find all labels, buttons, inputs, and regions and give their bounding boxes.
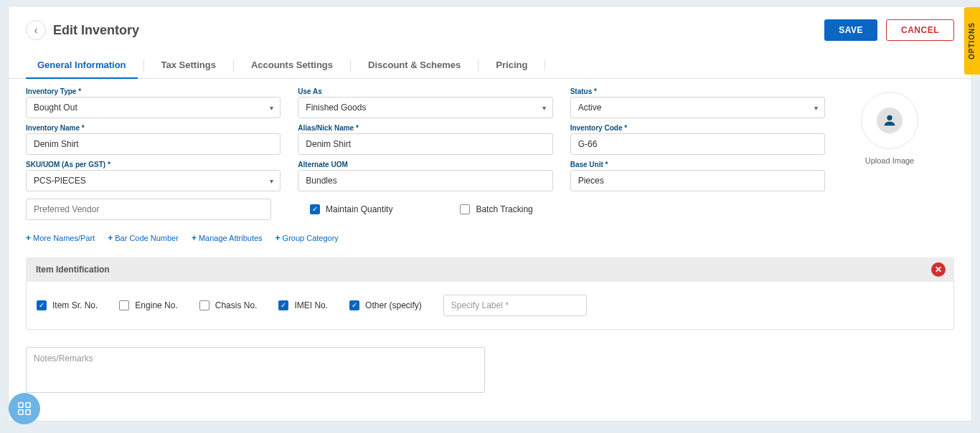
alternate-uom-label: Alternate UOM bbox=[298, 161, 552, 168]
svg-rect-1 bbox=[19, 403, 23, 407]
batch-tracking-label: Batch Tracking bbox=[476, 204, 532, 214]
person-icon bbox=[882, 113, 897, 128]
inventory-code-input[interactable] bbox=[570, 133, 825, 155]
inventory-name-label: Inventory Name * bbox=[26, 124, 281, 132]
base-unit-label: Base Unit * bbox=[570, 161, 825, 168]
alias-label: Alias/Nick Name * bbox=[298, 124, 552, 132]
cancel-button[interactable]: CANCEL bbox=[886, 19, 954, 41]
page-title: Edit Inventory bbox=[53, 23, 139, 38]
use-as-label: Use As bbox=[298, 87, 552, 95]
tab-general-information[interactable]: General Information bbox=[26, 52, 138, 78]
sku-select[interactable] bbox=[26, 170, 281, 191]
chasis-no-checkbox[interactable] bbox=[199, 300, 209, 310]
chasis-no-label: Chasis No. bbox=[215, 300, 258, 310]
inventory-code-label: Inventory Code * bbox=[570, 124, 825, 132]
tab-separator bbox=[350, 60, 351, 71]
use-as-select[interactable] bbox=[298, 97, 552, 118]
other-specify-label: Other (specify) bbox=[365, 300, 422, 310]
grid-icon bbox=[17, 401, 32, 417]
plus-icon: + bbox=[192, 233, 197, 243]
tab-separator bbox=[143, 60, 144, 71]
manage-attributes-link[interactable]: +Manage Attributes bbox=[192, 233, 263, 243]
alias-input[interactable] bbox=[298, 133, 552, 155]
tab-tax-settings[interactable]: Tax Settings bbox=[150, 52, 227, 78]
tab-separator bbox=[478, 60, 479, 71]
svg-rect-4 bbox=[26, 410, 30, 414]
svg-rect-2 bbox=[26, 403, 30, 407]
specify-label-input[interactable] bbox=[443, 295, 587, 316]
more-names-link[interactable]: +More Names/Part bbox=[26, 233, 95, 243]
imei-no-checkbox[interactable] bbox=[278, 300, 288, 310]
plus-icon: + bbox=[275, 233, 281, 243]
item-serial-checkbox[interactable] bbox=[37, 300, 47, 310]
status-select[interactable] bbox=[570, 97, 825, 118]
tab-separator bbox=[545, 60, 545, 71]
tab-accounts-settings[interactable]: Accounts Settings bbox=[240, 52, 344, 78]
item-identification-header: Item Identification ✕ bbox=[26, 257, 954, 282]
sku-label: SKU/UOM (As per GST) * bbox=[26, 161, 281, 168]
batch-tracking-checkbox[interactable] bbox=[460, 204, 470, 214]
chevron-left-icon: ‹ bbox=[34, 24, 38, 36]
plus-icon: + bbox=[108, 233, 113, 243]
maintain-quantity-label: Maintain Quantity bbox=[326, 204, 392, 214]
plus-icon: + bbox=[26, 233, 31, 243]
inventory-type-select[interactable] bbox=[26, 97, 281, 118]
close-icon: ✕ bbox=[935, 265, 942, 275]
save-button[interactable]: SAVE bbox=[824, 19, 877, 41]
item-serial-label: Item Sr. No. bbox=[52, 300, 98, 310]
barcode-number-link[interactable]: +Bar Code Number bbox=[108, 233, 179, 243]
engine-no-label: Engine No. bbox=[135, 300, 177, 310]
group-category-link[interactable]: +Group Category bbox=[275, 233, 339, 243]
apps-fab-button[interactable] bbox=[9, 393, 40, 422]
base-unit-input[interactable] bbox=[570, 170, 825, 191]
engine-no-checkbox[interactable] bbox=[119, 300, 129, 310]
preferred-vendor-input[interactable] bbox=[26, 199, 271, 220]
maintain-quantity-checkbox[interactable] bbox=[310, 204, 320, 214]
options-side-tab[interactable]: OPTIONS bbox=[964, 7, 980, 75]
inventory-name-input[interactable] bbox=[26, 133, 281, 155]
upload-image-label: Upload Image bbox=[865, 156, 915, 165]
close-section-button[interactable]: ✕ bbox=[931, 262, 946, 277]
notes-remarks-textarea[interactable] bbox=[26, 347, 485, 393]
svg-point-0 bbox=[887, 115, 892, 120]
alternate-uom-input[interactable] bbox=[298, 170, 552, 191]
other-specify-checkbox[interactable] bbox=[349, 300, 359, 310]
tab-separator bbox=[233, 60, 234, 71]
upload-image-area[interactable] bbox=[861, 92, 918, 149]
avatar-placeholder bbox=[877, 108, 903, 133]
tab-discount-schemes[interactable]: Discount & Schemes bbox=[357, 52, 472, 78]
back-button[interactable]: ‹ bbox=[26, 20, 46, 40]
imei-no-label: IMEI No. bbox=[294, 300, 328, 310]
tab-pricing[interactable]: Pricing bbox=[484, 52, 539, 78]
inventory-type-label: Inventory Type * bbox=[26, 87, 281, 95]
svg-rect-3 bbox=[19, 410, 23, 414]
status-label: Status * bbox=[570, 87, 825, 95]
